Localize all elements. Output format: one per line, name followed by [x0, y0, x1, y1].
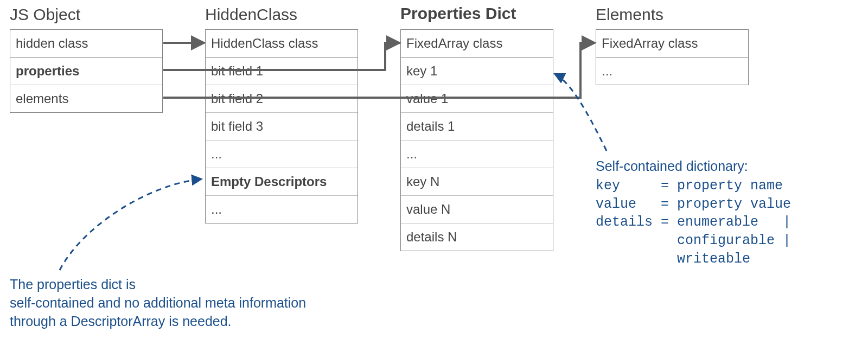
annotation-left-l2: self-contained and no additional meta in…	[10, 294, 306, 312]
arrow-annot-left	[60, 179, 202, 270]
cell-pd-detailsN: details N	[401, 223, 553, 251]
annotation-left-l3: through a DescriptorArray is needed.	[10, 312, 306, 331]
cell-el-class: FixedArray class	[596, 30, 748, 58]
cell-pd-class: FixedArray class	[401, 30, 553, 58]
cell-hc-dots1: ...	[206, 140, 358, 168]
annotation-right: Self-contained dictionary: key = propert…	[596, 157, 791, 269]
cell-pd-dots: ...	[401, 140, 553, 168]
cell-jsobject-properties: properties	[10, 58, 162, 85]
cell-hc-empty-descriptors: Empty Descriptors	[206, 168, 358, 196]
annotation-left-l1: The properties dict is	[10, 276, 306, 294]
box-jsobject: hidden class properties elements	[10, 29, 163, 113]
annotation-right-body: key = property name value = property val…	[596, 178, 791, 267]
box-elements: FixedArray class ...	[596, 29, 749, 85]
cell-pd-details1: details 1	[401, 113, 553, 140]
heading-propsdict: Properties Dict	[400, 4, 516, 23]
cell-hc-dots2: ...	[206, 196, 358, 223]
cell-el-dots: ...	[596, 58, 748, 85]
arrow-annot-right	[554, 74, 607, 151]
box-propsdict: FixedArray class key 1 value 1 details 1…	[400, 29, 553, 251]
cell-pd-valueN: value N	[401, 196, 553, 223]
cell-pd-keyN: key N	[401, 168, 553, 196]
heading-elements: Elements	[596, 5, 663, 24]
diagram-stage: JS Object HiddenClass Properties Dict El…	[0, 0, 868, 345]
box-hiddenclass: HiddenClass class bit field 1 bit field …	[205, 29, 358, 223]
cell-hc-bit3: bit field 3	[206, 113, 358, 140]
heading-jsobject: JS Object	[10, 5, 80, 24]
heading-hiddenclass: HiddenClass	[205, 5, 297, 24]
cell-jsobject-elements: elements	[10, 85, 162, 112]
cell-hc-bit1: bit field 1	[206, 58, 358, 85]
cell-hc-bit2: bit field 2	[206, 85, 358, 113]
cell-pd-value1: value 1	[401, 85, 553, 113]
cell-hc-class: HiddenClass class	[206, 30, 358, 58]
cell-jsobject-hiddenclass: hidden class	[10, 30, 162, 58]
annotation-right-title: Self-contained dictionary:	[596, 158, 748, 174]
annotation-left: The properties dict is self-contained an…	[10, 276, 306, 330]
cell-pd-key1: key 1	[401, 58, 553, 85]
